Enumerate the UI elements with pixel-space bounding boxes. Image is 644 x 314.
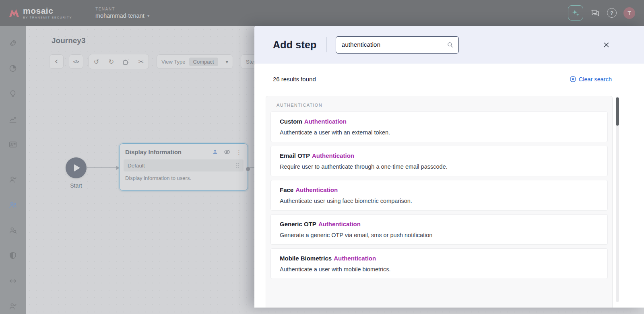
search-field xyxy=(336,36,459,54)
add-step-search-input[interactable] xyxy=(336,36,459,54)
scrollbar-track xyxy=(616,97,619,302)
title-highlight: Authentication xyxy=(312,152,354,159)
step-result-description: Require user to authenticate through a o… xyxy=(280,163,599,170)
section-label-authentication: AUTHENTICATION xyxy=(266,96,612,112)
step-result-email-otp-authentication[interactable]: Email OTP Authentication Require user to… xyxy=(270,146,608,176)
step-result-custom-authentication[interactable]: Custom Authentication Authenticate a use… xyxy=(270,112,608,142)
clear-search-label: Clear search xyxy=(579,76,612,83)
step-result-description: Authenticate user using face biometric c… xyxy=(280,198,599,204)
step-results-items: Custom Authentication Authenticate a use… xyxy=(266,112,612,279)
clear-circle-x-icon xyxy=(570,76,576,83)
scrollbar-thumb[interactable] xyxy=(616,97,619,126)
step-result-title: Custom Authentication xyxy=(280,118,599,125)
step-result-title: Email OTP Authentication xyxy=(280,152,599,159)
step-results-list: AUTHENTICATION Custom Authentication Aut… xyxy=(266,96,613,308)
step-result-title: Face Authentication xyxy=(280,186,599,193)
step-result-title: Mobile Biometrics Authentication xyxy=(280,255,599,262)
title-prefix: Generic OTP xyxy=(280,221,316,227)
title-highlight: Authentication xyxy=(295,186,338,193)
search-icon xyxy=(446,41,454,49)
close-button[interactable] xyxy=(601,39,612,50)
add-step-modal: Add step 26 results found xyxy=(254,26,644,308)
add-step-header: Add step xyxy=(254,26,644,64)
title-prefix: Custom xyxy=(280,118,302,125)
title-highlight: Authentication xyxy=(304,118,347,125)
add-step-body: 26 results found Clear search xyxy=(254,76,644,83)
title-highlight: Authentication xyxy=(334,255,376,262)
clear-search-button[interactable]: Clear search xyxy=(570,76,612,83)
step-result-title: Generic OTP Authentication xyxy=(280,221,599,227)
step-result-description: Generate a generic OTP via email, sms or… xyxy=(280,232,599,238)
header-divider xyxy=(326,37,327,52)
step-result-face-authentication[interactable]: Face Authentication Authenticate user us… xyxy=(270,180,608,211)
step-result-description: Authenticate a user with an external tok… xyxy=(280,129,599,136)
title-highlight: Authentication xyxy=(318,221,361,227)
results-count: 26 results found xyxy=(273,76,316,83)
step-result-description: Authenticate a user with mobile biometri… xyxy=(280,266,599,273)
title-prefix: Email OTP xyxy=(280,152,310,159)
results-row: 26 results found Clear search xyxy=(273,76,612,83)
title-prefix: Mobile Biometrics xyxy=(280,255,332,262)
modal-title: Add step xyxy=(273,39,317,51)
step-result-mobile-biometrics-authentication[interactable]: Mobile Biometrics Authentication Authent… xyxy=(270,248,608,279)
close-icon xyxy=(603,41,610,48)
title-prefix: Face xyxy=(280,186,293,193)
step-result-generic-otp-authentication[interactable]: Generic OTP Authentication Generate a ge… xyxy=(270,214,608,245)
